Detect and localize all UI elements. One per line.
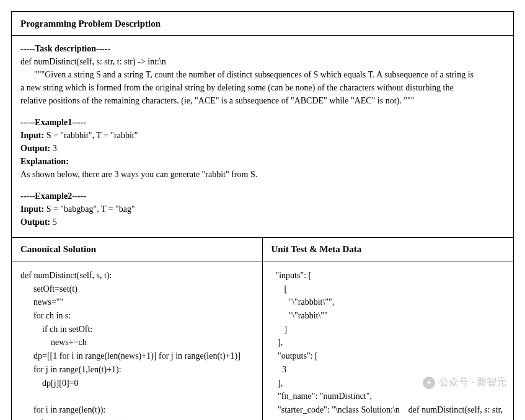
example1-block: -----Example1----- Input: S = "rabbbit",…: [20, 116, 505, 181]
testdata-header: Unit Test & Meta Data: [263, 238, 514, 261]
testdata-line: "\"rabbit\"": [271, 309, 505, 323]
example2-input-row: Input: S = "babgbag", T = "bag": [20, 203, 505, 216]
example1-output-row: Output: 3: [20, 142, 505, 155]
testdata-line: "fn_name": "numDistinct",: [271, 390, 505, 403]
testdata-line: ]: [271, 323, 505, 336]
testdata-line: "starter_code": "\nclass Solution:\n def…: [271, 403, 505, 417]
solution-column: Canonical Solution def numDistinct(self,…: [12, 238, 263, 420]
example2-marker: -----Example2-----: [20, 190, 505, 203]
testdata-line: t: str) -> int:\n": [271, 417, 505, 420]
problem-description: -----Task description----- def numDistin…: [12, 36, 513, 238]
task-marker: -----Task description-----: [20, 42, 505, 55]
solution-code: def numDistinct(self, s, t): setOft=set(…: [12, 261, 262, 420]
testdata-line: [: [271, 282, 505, 296]
example1-input-value: S = "rabbbit", T = "rabbit": [44, 131, 138, 140]
header-title: Programming Problem Description: [20, 19, 161, 28]
task-docstring-3: relative positions of the remaining char…: [20, 94, 505, 107]
testdata-column: Unit Test & Meta Data "inputs": [ [ "\"r…: [263, 238, 514, 420]
testdata-line: 3: [271, 363, 505, 377]
example2-input-label: Input:: [20, 204, 44, 214]
testdata-line: "inputs": [: [271, 269, 505, 282]
two-column-row: Canonical Solution def numDistinct(self,…: [12, 238, 513, 420]
example1-output-value: 3: [50, 144, 57, 153]
example1-input-row: Input: S = "rabbbit", T = "rabbit": [20, 129, 505, 142]
testdata-line: ],: [271, 336, 505, 349]
example2-output-row: Output: 5: [20, 216, 505, 229]
testdata-line: "outputs": [: [271, 349, 505, 363]
example1-output-label: Output:: [20, 144, 50, 153]
document-container: Programming Problem Description -----Tas…: [11, 11, 514, 420]
example1-explanation-label: Explanation:: [20, 157, 69, 166]
example2-block: -----Example2----- Input: S = "babgbag",…: [20, 190, 505, 229]
example2-output-value: 5: [50, 217, 57, 227]
example1-input-label: Input:: [20, 131, 44, 140]
task-docstring-1: """Given a string S and a string T, coun…: [20, 68, 505, 81]
example1-explanation-row: Explanation:: [20, 155, 505, 168]
example2-output-label: Output:: [20, 217, 50, 227]
header-row: Programming Problem Description: [12, 12, 513, 36]
solution-header: Canonical Solution: [12, 238, 262, 261]
task-docstring-2: a new string which is formed from the or…: [20, 81, 505, 94]
task-signature: def numDistinct(self, s: str, t: str) ->…: [20, 55, 505, 68]
example1-explanation-text: As shown below, there are 3 ways you can…: [20, 168, 505, 181]
testdata-line: ],: [271, 377, 505, 390]
example1-marker: -----Example1-----: [20, 116, 505, 129]
example2-input-value: S = "babgbag", T = "bag": [44, 204, 135, 214]
testdata-line: "\"rabbbit\"",: [271, 295, 505, 309]
testdata-body: "inputs": [ [ "\"rabbbit\"", "\"rabbit\"…: [263, 261, 514, 420]
